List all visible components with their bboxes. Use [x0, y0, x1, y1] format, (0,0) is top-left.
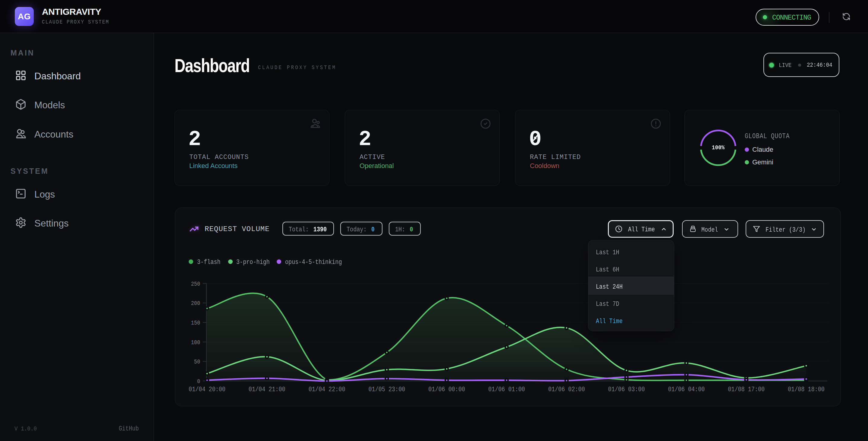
- svg-text:250: 250: [191, 281, 200, 288]
- svg-text:01/08 18:00: 01/08 18:00: [788, 386, 825, 393]
- svg-text:50: 50: [194, 359, 200, 365]
- svg-text:0: 0: [197, 378, 200, 385]
- svg-text:01/06 00:00: 01/06 00:00: [428, 386, 465, 393]
- svg-text:150: 150: [191, 320, 200, 327]
- svg-text:01/04 21:00: 01/04 21:00: [249, 386, 285, 393]
- svg-text:01/08 17:00: 01/08 17:00: [728, 386, 765, 393]
- svg-text:100: 100: [191, 339, 200, 346]
- svg-text:01/06 03:00: 01/06 03:00: [608, 386, 645, 393]
- svg-text:01/05 23:00: 01/05 23:00: [368, 386, 405, 393]
- svg-text:01/06 04:00: 01/06 04:00: [668, 386, 705, 393]
- svg-text:200: 200: [191, 300, 200, 307]
- svg-text:01/06 02:00: 01/06 02:00: [548, 386, 585, 393]
- svg-text:01/04 22:00: 01/04 22:00: [309, 386, 345, 393]
- svg-text:01/06 01:00: 01/06 01:00: [488, 386, 525, 393]
- svg-text:01/04 20:00: 01/04 20:00: [189, 386, 225, 393]
